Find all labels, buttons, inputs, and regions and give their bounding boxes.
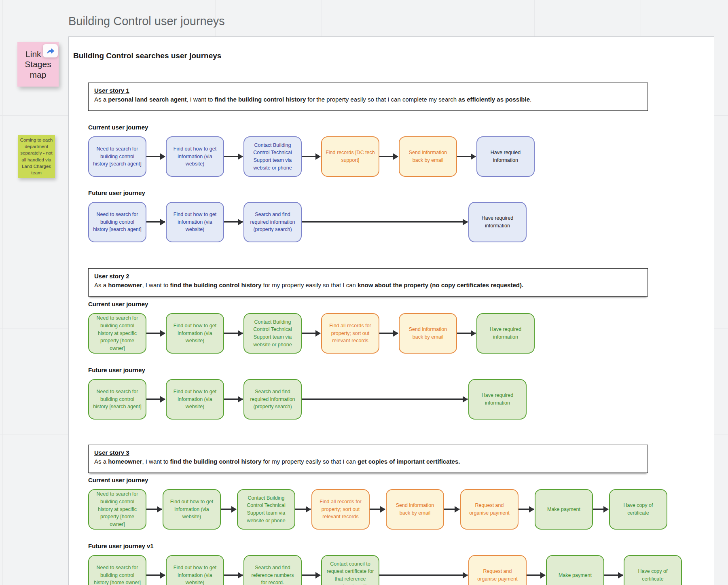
story-body-segment: homeowner xyxy=(108,282,142,288)
flow-arrow[interactable] xyxy=(221,509,236,510)
link-arrow-icon xyxy=(46,46,55,56)
journey-step[interactable]: Search and find reference numbers for re… xyxy=(243,555,302,585)
journey-step[interactable]: Find out how to get information (via web… xyxy=(166,202,224,242)
journey-step[interactable]: Need to search for building control hist… xyxy=(88,202,146,242)
journey-step[interactable]: Find all records for property; sort out … xyxy=(311,489,370,530)
story-body-segment: know about the property (no copy certifi… xyxy=(358,282,523,288)
long-flow-arrow[interactable] xyxy=(302,221,468,223)
flow-arrow[interactable] xyxy=(146,398,165,400)
flow-arrow[interactable] xyxy=(593,509,608,510)
sticky-note-comment-text: Coming to each department separately - n… xyxy=(19,137,53,176)
journey-step[interactable]: Have required information xyxy=(468,379,527,420)
flow-arrow[interactable] xyxy=(457,333,476,334)
flow-arrow[interactable] xyxy=(302,333,320,334)
journey-step[interactable]: Send information back by email xyxy=(386,489,444,530)
journey-step[interactable]: Request and organise payment xyxy=(460,489,518,530)
flow-arrow[interactable] xyxy=(146,221,165,223)
story-body-segment: find the building control history xyxy=(170,458,262,465)
story-body-segment: as efficiently as possible xyxy=(458,96,530,103)
journey-step[interactable]: Contact council to request certificate f… xyxy=(321,555,379,585)
flow-arrow[interactable] xyxy=(146,509,162,510)
flow-arrow[interactable] xyxy=(379,333,398,334)
journey-step[interactable]: Have copy of certificate xyxy=(609,489,667,530)
flow-arrow[interactable] xyxy=(379,156,398,157)
journey-step[interactable]: Need to search for building control hist… xyxy=(88,379,146,420)
flow-arrow[interactable] xyxy=(302,156,320,157)
user-story-box[interactable]: User story 1As a personal land search ag… xyxy=(88,83,648,111)
journey-step[interactable]: Send information back by email xyxy=(399,136,457,177)
flow-arrow[interactable] xyxy=(444,509,459,510)
journey-step[interactable]: Have copy of certificate xyxy=(624,555,682,585)
story-body-segment: As a xyxy=(94,282,108,288)
flow-arrow[interactable] xyxy=(224,333,243,334)
flow-arrow[interactable] xyxy=(146,156,165,157)
story-body-segment: As a xyxy=(94,458,108,465)
story-body-segment: , I want to xyxy=(186,96,214,103)
flow-arrow[interactable] xyxy=(295,509,311,510)
journey-label[interactable]: Future user journey xyxy=(88,367,145,373)
flow-arrow[interactable] xyxy=(518,509,534,510)
journey-step[interactable]: Have requied information xyxy=(476,136,535,177)
user-story-body: As a homeowner, I want to find the build… xyxy=(94,458,642,465)
user-story-box[interactable]: User story 2As a homeowner, I want to fi… xyxy=(88,268,648,297)
user-story-title: User story 2 xyxy=(94,273,642,280)
journey-step[interactable]: Make payment xyxy=(546,555,604,585)
journey-step[interactable]: Find out how to get information (via web… xyxy=(166,313,224,354)
journey-label[interactable]: Future user journey v1 xyxy=(88,543,154,549)
journey-label[interactable]: Future user journey xyxy=(88,189,145,196)
flow-arrow[interactable] xyxy=(224,156,243,157)
whiteboard-canvas[interactable]: { "canvas": { "title": "Building Control… xyxy=(0,0,728,585)
journey-label[interactable]: Current user journey xyxy=(88,301,148,307)
journey-step[interactable]: Need to search for building control hist… xyxy=(88,489,146,530)
journey-step[interactable]: Find out how to get information (via web… xyxy=(166,555,224,585)
journey-step[interactable]: Contact Building Control Technical Suppo… xyxy=(243,136,302,177)
journey-label[interactable]: Current user journey xyxy=(88,477,148,483)
flow-arrow[interactable] xyxy=(457,156,476,157)
link-arrow-badge[interactable] xyxy=(43,44,58,57)
journey-step[interactable]: Search and find required information (pr… xyxy=(243,379,302,420)
flow-arrow[interactable] xyxy=(302,574,320,576)
journey-step[interactable]: Need to search for building control hist… xyxy=(88,555,146,585)
journey-step[interactable]: Find out how to get information (via web… xyxy=(163,489,221,530)
journey-step[interactable]: Need to search for building control hist… xyxy=(88,313,146,354)
sticky-note-comment[interactable]: Coming to each department separately - n… xyxy=(18,135,55,178)
journey-step[interactable]: Have required information xyxy=(476,313,535,354)
flow-arrow[interactable] xyxy=(604,574,623,576)
story-body-segment: . xyxy=(530,96,531,103)
story-body-segment: for the property easily so that I can co… xyxy=(306,96,458,103)
journey-step[interactable]: Find out how to get information (via web… xyxy=(166,379,224,420)
long-flow-arrow[interactable] xyxy=(379,574,468,576)
journey-step[interactable]: Find records [DC tech support] xyxy=(321,136,379,177)
journey-step[interactable]: Request and organise payment xyxy=(468,555,527,585)
story-body-segment: , I want to xyxy=(142,458,170,465)
journey-step[interactable]: Search and find required information (pr… xyxy=(243,202,302,242)
flow-arrow[interactable] xyxy=(146,333,165,334)
journey-label[interactable]: Current user journey xyxy=(88,124,148,131)
flow-arrow[interactable] xyxy=(146,574,165,576)
user-story-box[interactable]: User story 3As a homeowner, I want to fi… xyxy=(88,445,648,473)
story-body-segment: find the building control history xyxy=(215,96,306,103)
user-story-body: As a personal land search agent, I want … xyxy=(94,96,642,103)
user-story-body: As a homeowner, I want to find the build… xyxy=(94,282,642,288)
user-story-title: User story 3 xyxy=(94,449,642,456)
story-body-segment: personal land search agent xyxy=(108,96,186,103)
journey-step[interactable]: Find all records for property; sort out … xyxy=(321,313,379,354)
journey-step[interactable]: Contact Building Control Technical Suppo… xyxy=(243,313,302,354)
flow-arrow[interactable] xyxy=(224,574,243,576)
story-body-segment: for my property easily so that I can xyxy=(261,282,358,288)
flow-arrow[interactable] xyxy=(224,221,243,223)
story-body-segment: , I want to xyxy=(142,282,170,288)
story-body-segment: find the building control history xyxy=(170,282,262,288)
flow-arrow[interactable] xyxy=(527,574,545,576)
journey-step[interactable]: Have required information xyxy=(468,202,527,242)
journey-step[interactable]: Need to search for building control hist… xyxy=(88,136,146,177)
journey-step[interactable]: Find out how to get information (via web… xyxy=(166,136,224,177)
journey-step[interactable]: Send information back by email xyxy=(399,313,457,354)
story-body-segment: homeowner xyxy=(108,458,142,465)
flow-arrow[interactable] xyxy=(224,398,243,400)
long-flow-arrow[interactable] xyxy=(302,398,468,400)
sticky-note-link[interactable]: Link to Stages map xyxy=(17,42,59,87)
flow-arrow[interactable] xyxy=(370,509,385,510)
journey-step[interactable]: Contact Building Control Technical Suppo… xyxy=(237,489,295,530)
journey-step[interactable]: Make payment xyxy=(535,489,593,530)
